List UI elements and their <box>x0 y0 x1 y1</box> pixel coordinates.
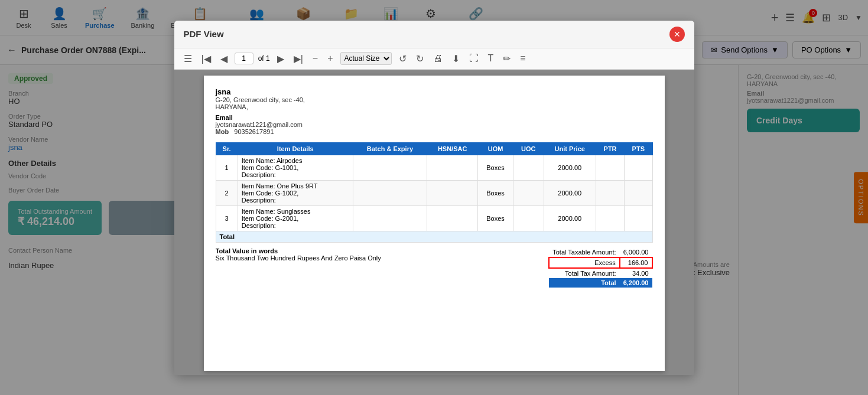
pdf-first-button[interactable]: |◀ <box>199 52 213 66</box>
pdf-print-button[interactable]: 🖨 <box>431 52 445 65</box>
pdf-table: Sr. Item Details Batch & Expiry HSN/SAC … <box>216 142 653 243</box>
pdf-rotate-cw-button[interactable]: ↻ <box>414 52 426 66</box>
taxable-amount-row: Total Taxable Amount: 6,000.00 <box>549 247 652 257</box>
grand-total-row: Total 6,200.00 <box>549 278 652 288</box>
table-row: 1 Item Name: AirpodesItem Code: G-1001,D… <box>216 155 652 180</box>
col-unit-price: Unit Price <box>544 142 596 155</box>
col-item-details: Item Details <box>238 142 353 155</box>
table-total-row: Total <box>216 231 652 242</box>
pdf-toolbar: ☰ |◀ ◀ of 1 ▶ ▶| − + Actual Size 50% 75%… <box>174 48 694 70</box>
modal-header: PDF View ✕ <box>174 21 694 48</box>
modal-close-button[interactable]: ✕ <box>669 27 685 42</box>
pdf-download-button[interactable]: ⬇ <box>450 52 462 66</box>
pdf-page-input[interactable] <box>235 53 253 64</box>
pdf-text-button[interactable]: T <box>486 52 496 65</box>
totals-right: Total Taxable Amount: 6,000.00 Excess 16… <box>548 247 652 288</box>
tax-amount-row: Total Tax Amount: 34.00 <box>549 268 652 278</box>
pdf-menu-button[interactable]: ☰ <box>181 52 194 66</box>
pdf-zoom-out-button[interactable]: − <box>310 52 320 65</box>
pdf-zoom-in-button[interactable]: + <box>325 52 335 65</box>
col-uoc: UOC <box>513 142 544 155</box>
pdf-zoom-select[interactable]: Actual Size 50% 75% 100% 125% 150% 200% <box>340 52 392 65</box>
pdf-next-button[interactable]: ▶ <box>275 52 287 66</box>
pdf-prev-button[interactable]: ◀ <box>218 52 230 66</box>
col-pts: PTS <box>625 142 652 155</box>
pdf-last-button[interactable]: ▶| <box>291 52 305 66</box>
modal-overlay: PDF View ✕ ☰ |◀ ◀ of 1 ▶ ▶| − + Actual S… <box>0 0 868 395</box>
pdf-fullscreen-button[interactable]: ⛶ <box>467 52 481 65</box>
pdf-rotate-ccw-button[interactable]: ↺ <box>396 52 409 66</box>
col-uom: UOM <box>478 142 513 155</box>
col-hsn: HSN/SAC <box>427 142 478 155</box>
pdf-draw-button[interactable]: ✏ <box>500 52 513 66</box>
pdf-more-button[interactable]: ≡ <box>518 52 528 65</box>
pdf-page: jsna G-20, Greenwood city, sec -40, HARY… <box>204 76 665 371</box>
col-batch-expiry: Batch & Expiry <box>353 142 427 155</box>
total-words: Total Value in words Six Thousand Two Hu… <box>216 247 381 262</box>
table-row: 3 Item Name: SunglassesItem Code: G-2001… <box>216 205 652 231</box>
col-ptr: PTR <box>596 142 624 155</box>
pdf-body[interactable]: jsna G-20, Greenwood city, sec -40, HARY… <box>174 70 694 375</box>
pdf-modal: PDF View ✕ ☰ |◀ ◀ of 1 ▶ ▶| − + Actual S… <box>174 21 694 375</box>
table-row: 2 Item Name: One Plus 9RTItem Code: G-10… <box>216 180 652 205</box>
col-sr: Sr. <box>216 142 238 155</box>
excess-row: Excess 166.00 <box>549 257 652 268</box>
pdf-totals-section: Total Value in words Six Thousand Two Hu… <box>216 247 653 288</box>
